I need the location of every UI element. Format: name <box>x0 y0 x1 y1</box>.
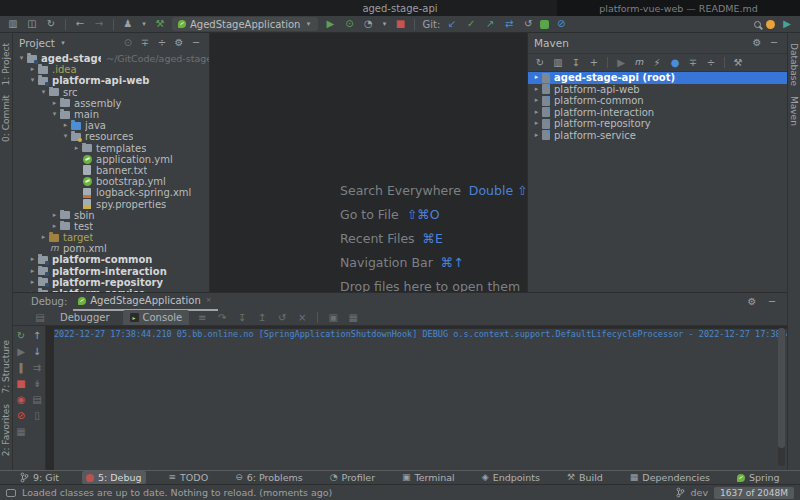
project-tree-row[interactable]: bootstrap.yml <box>13 176 209 187</box>
run-configuration-select[interactable]: AgedStageApplication ▾ <box>172 17 318 31</box>
collapse-all-icon[interactable]: ÷ <box>155 36 169 50</box>
up-stack-icon[interactable]: ↑ <box>30 329 44 343</box>
chevron-down-icon[interactable]: ▾ <box>39 89 48 96</box>
project-tree-row[interactable]: ▾aged-stage-api~/GitCode/aged-stage/aged… <box>13 53 209 64</box>
stop-icon[interactable]: ■ <box>393 17 407 31</box>
chevron-down-icon[interactable]: ▾ <box>140 17 148 31</box>
chevron-right-icon[interactable]: ▸ <box>532 97 541 104</box>
hide-panel-icon[interactable]: ─ <box>767 36 781 50</box>
chevron-down-icon[interactable]: ▾ <box>61 133 70 140</box>
chevron-right-icon[interactable]: ▸ <box>28 268 37 275</box>
soft-wrap-icon[interactable]: ⇉ <box>30 361 44 375</box>
close-icon[interactable]: × <box>205 294 213 308</box>
run-maven-icon[interactable]: ▶ <box>614 56 628 70</box>
console-scrollbar[interactable] <box>778 328 785 466</box>
scrollbar-thumb[interactable] <box>778 328 785 448</box>
chevron-right-icon[interactable]: ▸ <box>39 234 48 241</box>
run-with-coverage-icon[interactable]: ⊙ <box>342 17 356 31</box>
project-tree-row[interactable]: banner.txt <box>13 165 209 176</box>
toolwindow-button-terminal[interactable]: ▣Terminal <box>398 471 459 484</box>
chevron-right-icon[interactable]: ▸ <box>532 109 541 116</box>
save-all-icon[interactable]: ◫ <box>25 17 39 31</box>
view-breakpoints-icon[interactable]: ◉ <box>14 393 28 407</box>
sync-icon[interactable]: ↻ <box>44 17 58 31</box>
maven-module-row[interactable]: ▸platform-service <box>528 130 787 142</box>
git-push-icon[interactable]: ↗ <box>483 17 497 31</box>
chevron-down-icon[interactable]: ▾ <box>380 17 388 31</box>
maven-module-row[interactable]: ▸platform-api-web <box>528 84 787 96</box>
offline-mode-icon[interactable]: ● <box>668 56 682 70</box>
maven-module-row[interactable]: ▸platform-repository <box>528 118 787 130</box>
execute-goal-icon[interactable]: m <box>632 56 646 70</box>
project-tree-row[interactable]: ▾resources <box>13 131 209 142</box>
toolwindow-button----debug[interactable]: 5: Debug <box>82 471 146 484</box>
project-tree-row[interactable]: spy.properties <box>13 198 209 209</box>
project-tree-row[interactable]: ▸platform-interaction <box>13 266 209 277</box>
project-tree-row[interactable]: ▸templates <box>13 143 209 154</box>
step-into-icon[interactable]: ↧ <box>235 311 249 325</box>
locate-file-icon[interactable]: ⊙ <box>121 36 135 50</box>
gear-icon[interactable]: ⚙ <box>172 36 186 50</box>
chevron-down-icon[interactable]: ▾ <box>59 36 67 50</box>
project-tree-row[interactable]: ▾platform-api-web <box>13 75 209 86</box>
project-tree-row[interactable]: ▸assembly <box>13 98 209 109</box>
toolwindow-button-endpoints[interactable]: ◈Endpoints <box>478 471 544 484</box>
chevron-right-icon[interactable]: ▸ <box>28 256 37 263</box>
profiler-clock-icon[interactable]: ◔ <box>361 17 375 31</box>
toolwindow-button-favorites[interactable]: 2: Favorites <box>1 404 11 456</box>
skip-tests-icon[interactable]: ⚡ <box>650 56 664 70</box>
evaluate-icon[interactable]: × <box>295 311 309 325</box>
maven-settings-icon[interactable]: ⚒ <box>731 56 745 70</box>
project-tree-row[interactable]: application.yml <box>13 154 209 165</box>
toolwindow-button-build[interactable]: ⚒Build <box>563 471 607 484</box>
toolwindow-button-profiler[interactable]: ◔Profiler <box>326 471 379 484</box>
chevron-right-icon[interactable]: ▸ <box>532 74 541 81</box>
run-icon[interactable]: ▶ <box>323 17 337 31</box>
console-output[interactable]: 2022-12-27 17:38:44.210 05.bb.online.no … <box>46 326 787 470</box>
forward-icon[interactable]: → <box>92 17 106 31</box>
mute-breakpoints-icon[interactable]: ⊘ <box>14 409 28 423</box>
hide-panel-icon[interactable]: ─ <box>189 36 203 50</box>
profiler-icon[interactable] <box>540 20 549 29</box>
chevron-down-icon[interactable]: ▾ <box>50 111 59 118</box>
toolwindow-button----problems[interactable]: ⊖6: Problems <box>231 471 307 484</box>
expand-all-icon[interactable]: ∓ <box>686 56 700 70</box>
chevron-down-icon[interactable]: ▾ <box>17 55 26 62</box>
search-icon[interactable] <box>754 21 761 28</box>
project-tree-row[interactable]: mpom.xml <box>13 243 209 254</box>
down-stack-icon[interactable]: ↓ <box>30 345 44 359</box>
chevron-right-icon[interactable]: ▸ <box>28 66 37 73</box>
stop-icon[interactable]: ■ <box>14 377 28 391</box>
git-commit-icon[interactable]: ✓ <box>464 17 478 31</box>
maven-module-row[interactable]: ▸platform-interaction <box>528 107 787 119</box>
toolwindow-button-dependencies[interactable]: ▦Dependencies <box>626 471 714 484</box>
git-compare-icon[interactable]: ⇄ <box>502 17 516 31</box>
git-branch-name[interactable]: dev <box>691 487 709 498</box>
layout-icon[interactable]: ▦ <box>346 311 360 325</box>
toolwindow-button----git[interactable]: 9: Git <box>16 471 63 484</box>
tab-console[interactable]: ▸ Console <box>123 310 190 325</box>
toolwindow-button-todo[interactable]: ≡TODO <box>165 471 213 484</box>
project-tree-row[interactable]: ▸platform-repository <box>13 277 209 288</box>
add-icon[interactable]: + <box>587 56 601 70</box>
toolwindow-button-commit[interactable]: 0: Commit <box>1 95 11 142</box>
chevron-right-icon[interactable]: ▸ <box>28 279 37 286</box>
chevron-right-icon[interactable]: ▸ <box>532 120 541 127</box>
chevron-right-icon[interactable]: ▸ <box>61 122 70 129</box>
frame-icon[interactable]: ▣ <box>326 311 340 325</box>
background-window-titlebar[interactable]: platform-vue-web — README.md <box>557 0 800 16</box>
project-tree-row[interactable]: ▸.idea <box>13 64 209 75</box>
generate-sources-icon[interactable]: ▥ <box>551 56 565 70</box>
clear-console-icon[interactable]: ▯ <box>30 409 44 423</box>
project-tree-row[interactable]: ▾src <box>13 87 209 98</box>
git-branch-icon[interactable] <box>676 487 685 498</box>
toolwindow-button-structure[interactable]: 7: Structure <box>1 340 11 394</box>
expand-all-icon[interactable]: ∓ <box>138 36 152 50</box>
project-tree-row[interactable]: ▸target <box>13 232 209 243</box>
toolwindow-button-maven[interactable]: Maven <box>789 96 799 126</box>
gear-icon[interactable]: ⚙ <box>750 36 764 50</box>
collapse-all-icon[interactable]: ÷ <box>704 56 718 70</box>
chevron-right-icon[interactable]: ▸ <box>50 223 59 230</box>
chevron-down-icon[interactable]: ▾ <box>28 77 37 84</box>
tab-debugger[interactable]: Debugger <box>53 310 117 325</box>
